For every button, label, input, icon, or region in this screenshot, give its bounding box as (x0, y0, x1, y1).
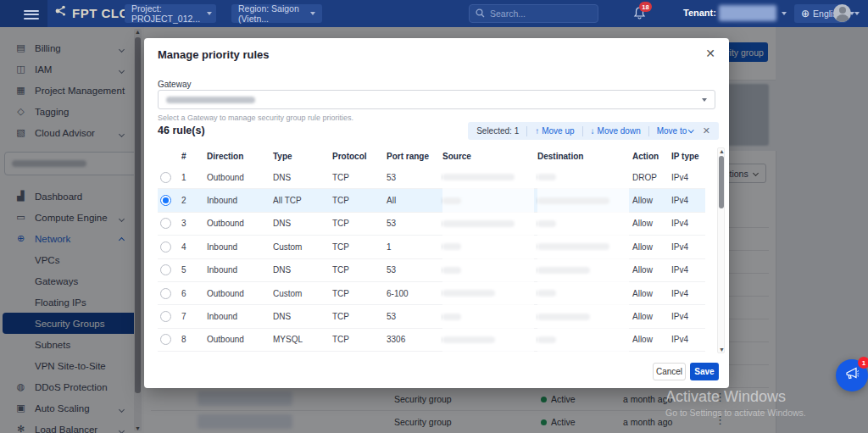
destination-redacted (537, 267, 590, 274)
rule-action-cell: Allow (632, 219, 671, 228)
arrow-down-icon: ↓ (591, 126, 595, 136)
gateway-value-redacted (166, 97, 255, 103)
rule-radio-cell (158, 334, 181, 345)
clear-selection-icon[interactable]: ✕ (703, 125, 710, 136)
rule-radio-cell (158, 195, 181, 206)
rule-destination-cell (537, 197, 632, 204)
move-to-label: Move to (657, 126, 687, 136)
tenant-value-redacted[interactable] (719, 5, 776, 21)
table-scrollbar[interactable]: ▲ ▼ (717, 147, 725, 353)
move-down-button[interactable]: ↓ Move down (591, 126, 641, 136)
column-header--: # (181, 152, 207, 161)
rule-destination-cell (537, 290, 632, 297)
rule-cell: Inbound (207, 242, 273, 252)
rule-row[interactable]: 7InboundDNSTCP53AllowIPv4 (158, 305, 705, 328)
rule-destination-cell (537, 314, 632, 320)
arrow-up-icon: ↑ (535, 126, 539, 136)
rule-source-cell (442, 267, 537, 274)
rule-cell: TCP (332, 289, 387, 298)
rule-radio-button[interactable] (160, 311, 171, 322)
rule-source-cell (442, 220, 537, 227)
column-header-destination: Destination (537, 152, 632, 161)
rule-cell: DNS (273, 173, 332, 182)
chevron-down-icon (207, 12, 212, 15)
project-selector-label: Project: PROJECT_012... (131, 3, 200, 24)
rule-cell: Inbound (207, 265, 273, 275)
rule-cell: 4 (181, 242, 207, 252)
manage-priority-rules-modal: Manage priority rules ✕ Gateway Select a… (144, 38, 729, 388)
move-to-dropdown[interactable]: Move to (657, 126, 693, 136)
rule-source-cell (442, 174, 537, 180)
rule-action-cell: Allow (632, 335, 671, 344)
global-search[interactable] (469, 4, 598, 23)
toolbar-divider (648, 126, 649, 136)
gateway-helper-text: Select a Gateway to manage security grou… (158, 114, 353, 122)
destination-redacted (537, 220, 556, 227)
tenant-label: Tenant: (683, 8, 716, 18)
notification-count-badge: 18 (639, 2, 652, 12)
rule-action-cell: Allow (632, 289, 671, 298)
save-button[interactable]: Save (690, 363, 719, 380)
rule-row[interactable]: 3OutboundDNSTCP53AllowIPv4 (158, 213, 705, 236)
rule-radio-button[interactable] (160, 264, 171, 275)
rules-table: #DirectionTypeProtocolPort rangeSourceDe… (158, 146, 705, 352)
rule-cell: Outbound (207, 219, 273, 228)
chevron-down-icon[interactable] (782, 12, 787, 15)
rule-row[interactable]: 6OutboundCustomTCP6-100AllowIPv4 (158, 282, 705, 305)
table-scroll-thumb[interactable] (719, 156, 724, 208)
cancel-button[interactable]: Cancel (653, 363, 686, 380)
scroll-up-icon[interactable]: ▲ (718, 148, 726, 154)
column-header-direction: Direction (207, 152, 273, 161)
user-menu[interactable] (833, 4, 860, 22)
rule-cell: 53 (387, 265, 442, 275)
rule-action-cell: Allow (632, 312, 671, 321)
scroll-down-icon[interactable]: ▼ (718, 347, 726, 353)
modal-close-icon[interactable]: ✕ (702, 45, 719, 62)
search-input[interactable] (490, 8, 583, 19)
rule-row[interactable]: 2InboundAll TCPTCPAllAllowIPv4 (158, 189, 705, 212)
rule-row[interactable]: 4InboundCustomTCP1AllowIPv4 (158, 236, 705, 258)
rule-row[interactable]: 1OutboundDNSTCP53DROPIPv4 (158, 166, 705, 189)
megaphone-icon (844, 366, 860, 385)
rule-radio-button[interactable] (160, 195, 171, 206)
rule-radio-button[interactable] (160, 218, 171, 229)
source-redacted (442, 174, 515, 180)
region-selector-label: Region: Saigon (Vietn... (238, 3, 303, 24)
rule-row[interactable]: 5InboundDNSTCP53AllowIPv4 (158, 259, 705, 282)
rule-cell: 53 (387, 173, 442, 182)
hamburger-menu-icon[interactable] (24, 8, 39, 19)
source-redacted (442, 220, 515, 227)
fab-badge: 1 (858, 357, 868, 369)
rule-cell: TCP (332, 242, 387, 252)
rule-radio-button[interactable] (160, 288, 171, 299)
rule-cell: DNS (273, 219, 332, 228)
rule-iptype-cell: IPv4 (671, 196, 705, 205)
chevron-down-icon (702, 98, 707, 102)
selected-count: Selected: 1 (476, 126, 519, 136)
rule-cell: Inbound (207, 196, 273, 205)
rule-row[interactable]: 8OutboundMYSQLTCP3306AllowIPv4 (158, 329, 705, 352)
rule-radio-button[interactable] (160, 172, 171, 183)
rule-iptype-cell: IPv4 (671, 312, 705, 321)
rules-table-header: #DirectionTypeProtocolPort rangeSourceDe… (158, 146, 705, 166)
destination-redacted (537, 314, 590, 320)
rule-iptype-cell: IPv4 (671, 242, 705, 252)
gateway-label: Gateway (158, 80, 191, 89)
toolbar-divider (526, 126, 527, 136)
toolbar-divider (582, 126, 583, 136)
move-up-button[interactable]: ↑ Move up (535, 126, 574, 136)
chevron-down-icon (688, 127, 693, 132)
region-selector[interactable]: Region: Saigon (Vietn... (231, 4, 322, 23)
rule-action-cell: Allow (632, 242, 671, 252)
topbar: FPT CLOUD Project: PROJECT_012... Region… (0, 0, 868, 27)
rule-radio-button[interactable] (160, 241, 171, 253)
rule-cell: TCP (332, 196, 387, 205)
project-selector[interactable]: Project: PROJECT_012... (125, 4, 216, 23)
rule-radio-button[interactable] (160, 334, 171, 345)
rule-iptype-cell: IPv4 (671, 173, 705, 182)
gateway-select[interactable] (158, 90, 715, 109)
column-header-ip-type: IP type (671, 152, 705, 161)
rule-cell: Inbound (207, 312, 273, 321)
rule-cell: 53 (387, 219, 442, 228)
move-up-label: Move up (542, 126, 574, 136)
